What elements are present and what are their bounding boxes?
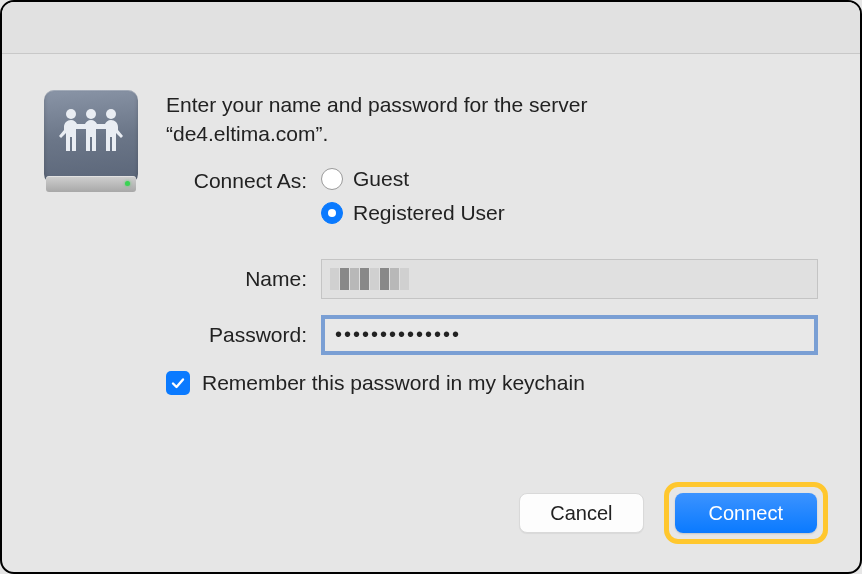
radio-registered-label: Registered User	[353, 201, 505, 225]
connect-as-label: Connect As:	[166, 167, 321, 193]
dialog-prompt: Enter your name and password for the ser…	[166, 90, 818, 149]
checkmark-icon	[170, 375, 186, 391]
connect-as-radio-group: Guest Registered User	[321, 167, 505, 225]
svg-point-1	[86, 109, 96, 119]
radio-guest-label: Guest	[353, 167, 409, 191]
connect-button[interactable]: Connect	[675, 493, 818, 533]
name-field[interactable]	[321, 259, 818, 299]
radio-icon	[321, 168, 343, 190]
form-column: Enter your name and password for the ser…	[166, 90, 818, 395]
dialog-content: Enter your name and password for the ser…	[2, 54, 860, 395]
disk-led-icon	[125, 181, 130, 186]
server-icon	[44, 90, 144, 200]
connect-button-highlight: Connect	[664, 482, 829, 544]
remember-keychain-label: Remember this password in my keychain	[202, 371, 585, 395]
svg-point-2	[106, 109, 116, 119]
dialog-buttons: Cancel Connect	[519, 482, 828, 544]
dialog-titlebar	[2, 2, 860, 54]
password-label: Password:	[166, 323, 321, 347]
icon-column	[44, 90, 166, 395]
radio-registered-user[interactable]: Registered User	[321, 201, 505, 225]
prompt-line-1: Enter your name and password for the ser…	[166, 93, 587, 116]
prompt-line-2: “de4.eltima.com”.	[166, 122, 328, 145]
name-label: Name:	[166, 267, 321, 291]
cancel-button[interactable]: Cancel	[519, 493, 643, 533]
svg-point-0	[66, 109, 76, 119]
radio-guest[interactable]: Guest	[321, 167, 505, 191]
radio-icon	[321, 202, 343, 224]
password-field[interactable]	[321, 315, 818, 355]
remember-keychain-checkbox[interactable]	[166, 371, 190, 395]
